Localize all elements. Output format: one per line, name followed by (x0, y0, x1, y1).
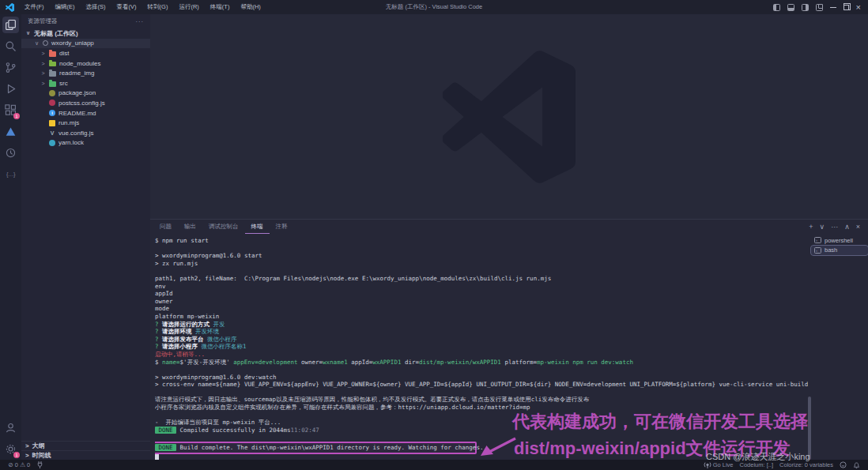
restore-button[interactable] (843, 5, 849, 10)
chevron-right-icon: > (40, 70, 46, 76)
close-button[interactable]: × (856, 3, 861, 11)
root-folder-label: wxordy_uniapp (51, 39, 94, 47)
status-bar: ⊘ 0 ⚠ 0 Go Live Codeium: [..] Colorize: … (0, 460, 868, 470)
panel-tab-debug-console[interactable]: 调试控制台 (202, 220, 245, 234)
new-terminal-icon[interactable]: + (809, 220, 813, 233)
terminal-line: 启动中,请稍等... (155, 351, 808, 359)
folder-icon (49, 51, 56, 57)
terminal-line (155, 267, 808, 275)
panel-tab-output[interactable]: 输出 (178, 220, 202, 234)
terminal-cursor (155, 454, 159, 460)
terminal-line: $ npm run start (155, 237, 808, 245)
menu-help[interactable]: 帮助(H) (235, 0, 266, 14)
maximize-panel-icon[interactable]: ∧ (844, 220, 850, 233)
tree-item-yarn-lock[interactable]: yarn.lock (21, 138, 150, 149)
chevron-right-icon: > (25, 442, 29, 449)
terminal-line: platform mp-weixin (155, 313, 808, 321)
folder-icon (49, 81, 56, 87)
menu-edit[interactable]: 编辑(E) (50, 0, 81, 14)
menu-go[interactable]: 转到(G) (142, 0, 174, 14)
activity-item-braces-extension[interactable]: {…} (0, 164, 21, 185)
menu-bar: 文件(F) 编辑(E) 选择(S) 查看(V) 转到(G) 运行(R) 终端(T… (19, 0, 266, 14)
tree-item-src[interactable]: > src (21, 78, 150, 88)
settings-badge: 1 (13, 452, 20, 458)
panel-more-actions-icon[interactable]: ··· (831, 220, 838, 233)
plug-icon (36, 461, 43, 469)
panel-tab-terminal[interactable]: 终端 (245, 220, 270, 234)
timeline-section[interactable]: > 时间线 (21, 450, 150, 460)
activity-item-account[interactable] (0, 417, 21, 438)
tree-item-vue-config[interactable]: V vue.config.js (21, 128, 150, 138)
terminal-line (155, 454, 808, 460)
source-control-icon (5, 62, 17, 73)
terminal-line: env (155, 283, 808, 291)
panel-tab-problems[interactable]: 问题 (153, 220, 178, 234)
tree-item-workspace[interactable]: ∨ 无标题 (工作区) (21, 28, 150, 39)
activity-item-clock-extension[interactable] (0, 142, 21, 164)
outline-section[interactable]: > 大纲 (21, 441, 150, 450)
tree-item-package-json[interactable]: package.json (21, 88, 150, 99)
terminal-instance-bash[interactable]: › bash (811, 246, 868, 256)
terminal-line: $ name=$'开发-开发环境' appEnv=development own… (155, 359, 808, 367)
terminal-profile-dropdown-icon[interactable]: ∨ (820, 220, 825, 233)
explorer-more-actions-icon[interactable]: ··· (136, 18, 145, 25)
minimize-button[interactable] (830, 7, 836, 8)
go-live-button[interactable]: Go Live (700, 460, 737, 470)
menu-view[interactable]: 查看(V) (111, 0, 142, 14)
tree-item-readme-md[interactable]: i README.md (21, 108, 150, 118)
terminal-icon: › (814, 247, 821, 254)
notifications-button[interactable] (850, 460, 863, 470)
colorize-status[interactable]: Colorize: 0 variables (776, 460, 836, 470)
panel-tab-comments[interactable]: 注释 (270, 220, 294, 234)
panel-tabs: 问题 输出 调试控制台 终端 注释 (150, 220, 294, 234)
activity-bar: 1 {…} 1 (0, 14, 21, 460)
activity-item-run-debug[interactable] (0, 78, 21, 100)
vscode-logo-icon (6, 3, 14, 12)
activity-item-search[interactable] (0, 36, 21, 57)
terminal-instance-list: › powershell › bash (811, 235, 868, 255)
account-icon (5, 422, 17, 434)
terminal-line: DONE Compiled successfully in 2044ms11:0… (155, 427, 808, 434)
terminal-scrollbar[interactable] (808, 397, 811, 460)
terminal-instance-powershell[interactable]: › powershell (811, 235, 868, 246)
tree-item-postcss-config[interactable]: postcss.config.js (21, 98, 150, 108)
problems-status[interactable]: ⊘ 0 ⚠ 0 (5, 460, 33, 470)
terminal-line: - 开始编译当前项目至 mp-weixin 平台... (155, 419, 808, 427)
toggle-panel-icon[interactable] (787, 4, 794, 11)
terminal-output[interactable]: $ npm run start > wxordyminprogram@1.6.0… (155, 237, 808, 460)
tree-item-run-mjs[interactable]: run.mjs (21, 118, 150, 128)
root-folder-icon (43, 40, 48, 46)
customize-layout-icon[interactable] (816, 4, 823, 11)
warning-icon: ⚠ (20, 461, 25, 469)
terminal-line: 小程序各家浏览器内核及自定义组件实现机制存在差异，可能存在样式布局兼容问题，参考… (155, 404, 808, 412)
run-debug-icon (5, 83, 17, 95)
close-panel-icon[interactable]: × (856, 220, 860, 233)
menu-selection[interactable]: 选择(S) (81, 0, 111, 14)
tree-item-dist[interactable]: > dist (21, 48, 150, 58)
menu-terminal[interactable]: 终端(T) (205, 0, 236, 14)
titlebar: 文件(F) 编辑(E) 选择(S) 查看(V) 转到(G) 运行(R) 终端(T… (0, 0, 868, 14)
extensions-badge: 1 (13, 113, 20, 119)
terminal-line (155, 389, 808, 397)
terminal-panel: 问题 输出 调试控制台 终端 注释 + ∨ ··· ∧ × $ npm run … (150, 219, 868, 460)
activity-item-settings[interactable]: 1 (0, 438, 21, 460)
activity-item-extensions[interactable]: 1 (0, 100, 21, 121)
yarn-icon (49, 140, 55, 146)
codeium-status[interactable]: Codeium: [..] (737, 460, 777, 470)
activity-item-explorer[interactable] (0, 14, 21, 36)
activity-item-source-control[interactable] (0, 57, 21, 78)
menu-file[interactable]: 文件(F) (19, 0, 50, 14)
terminal-line: > zx run.mjs (155, 260, 808, 268)
activity-item-triangle-extension[interactable] (0, 121, 21, 142)
plug-status[interactable] (33, 460, 47, 470)
error-icon: ⊘ (8, 461, 13, 469)
toggle-secondary-sidebar-icon[interactable] (802, 4, 809, 11)
npm-icon (49, 90, 55, 96)
tree-item-node-modules[interactable]: > node_modules (21, 58, 150, 69)
tree-item-root-folder[interactable]: ∨ wxordy_uniapp (21, 39, 150, 49)
info-icon: i (49, 110, 55, 116)
tree-item-readme-img[interactable]: > readme_img (21, 68, 150, 78)
menu-run[interactable]: 运行(R) (173, 0, 204, 14)
feedback-button[interactable] (836, 460, 850, 470)
toggle-sidebar-icon[interactable] (773, 4, 780, 11)
